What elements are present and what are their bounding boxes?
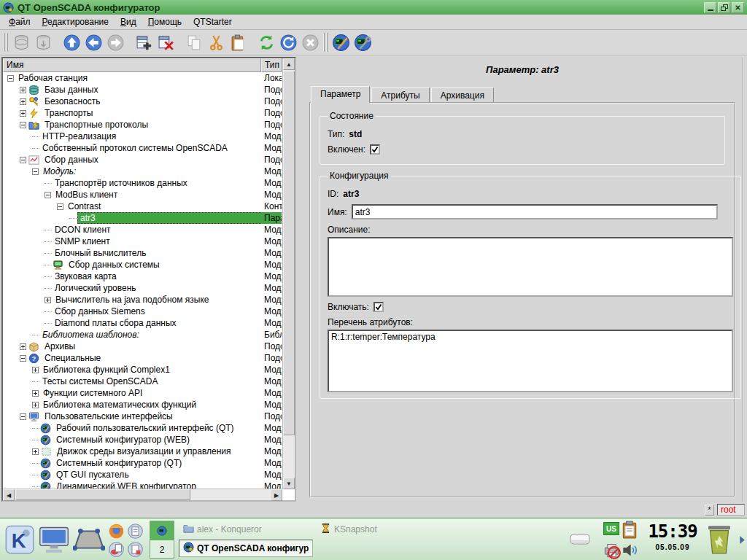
back-button[interactable]: [82, 31, 104, 53]
name-input[interactable]: [352, 204, 718, 219]
attributes-textarea[interactable]: R:1:r:temper:Температура: [328, 330, 733, 392]
qt-work-ui-button[interactable]: [330, 31, 352, 53]
up-button[interactable]: [61, 31, 82, 53]
collapse-icon[interactable]: [44, 192, 51, 198]
tree-item-специальные[interactable]: ?СпециальныеПодс: [3, 352, 282, 364]
tree-item-atr3[interactable]: atr3Пара: [3, 212, 282, 224]
scroll-left-icon[interactable]: ◀: [3, 489, 15, 501]
taskbar-task-1[interactable]: alex - Konqueror: [179, 521, 313, 538]
collapse-icon[interactable]: [20, 355, 26, 362]
menu-file[interactable]: Файл: [3, 15, 36, 28]
tree-item-сбор-данных-системы[interactable]: Сбор данных системыМоду: [3, 259, 282, 271]
trash-icon[interactable]: [705, 523, 734, 556]
titlebar[interactable]: QT OpenSCADA конфигуратор ✕: [0, 0, 747, 15]
tab-атрибуты[interactable]: Атрибуты: [371, 88, 429, 103]
tree-item-qt-gui-пускатель[interactable]: QT GUI пускательМоду: [3, 469, 282, 481]
removable-drive-tray-icon[interactable]: [568, 531, 592, 548]
restore-button[interactable]: [718, 2, 730, 13]
minimize-button[interactable]: [704, 2, 716, 13]
scroll-right-icon[interactable]: ▶: [271, 489, 282, 501]
menu-qtstarter[interactable]: QTStarter: [187, 15, 238, 28]
expand-icon[interactable]: [20, 98, 26, 105]
tree-vertical-scrollbar[interactable]: ▲ ▼: [282, 58, 295, 489]
expand-icon[interactable]: [32, 402, 39, 408]
menu-help[interactable]: Помощь: [142, 15, 187, 28]
show-desktop-button[interactable]: [73, 527, 105, 552]
tree-item-diamond-платы-сбора-данных[interactable]: Diamond платы сбора данныхМоду: [3, 317, 282, 329]
taskbar-task-3[interactable]: QT OpenSCADA конфигур: [179, 540, 313, 557]
menu-edit[interactable]: Редактирование: [36, 15, 115, 28]
tree-item-сбор-данных[interactable]: Сбор данныхПодс: [3, 154, 282, 166]
collapse-icon[interactable]: [20, 413, 26, 420]
toolbar-handle[interactable]: [4, 33, 8, 52]
tree-item-http-реализация[interactable]: HTTP-реализацияМоду: [3, 131, 282, 142]
tree-item-архивы[interactable]: АрхивыПодс: [3, 341, 282, 352]
tab-архивация[interactable]: Архивация: [431, 88, 494, 103]
start-updating-button[interactable]: [277, 31, 299, 53]
toolbar-handle[interactable]: [323, 33, 328, 52]
volume-tray-icon[interactable]: [622, 542, 638, 558]
collapse-icon[interactable]: [20, 157, 26, 163]
close-button[interactable]: ✕: [732, 2, 744, 13]
kde-app-launcher-3[interactable]: [127, 541, 144, 558]
tree-item-сбор-данных-siemens[interactable]: Сбор данных SiemensМоду: [3, 306, 282, 317]
tree-item-системный-конфигуратор-web[interactable]: Системный конфигуратор (WEB)Моду: [3, 434, 282, 446]
tree-item-modbus-клиент[interactable]: ModBus клиентМоду: [3, 189, 282, 201]
enabled-checkbox[interactable]: [370, 144, 380, 155]
scroll-down-icon[interactable]: ▼: [283, 478, 295, 489]
menu-view[interactable]: Вид: [115, 15, 142, 28]
expand-icon[interactable]: [20, 87, 26, 93]
taskbar-task-2[interactable]: KSnapshot: [316, 521, 450, 538]
tree-item-собственный-протокол-системы-openscada[interactable]: Собственный протокол системы OpenSCADAМо…: [3, 142, 282, 154]
kde-app-launcher-2[interactable]: [108, 541, 125, 558]
tree-item-системный-конфигуратор-qt[interactable]: Системный конфигуратор (QT)Моду: [3, 457, 282, 469]
printer-disabled-tray-icon[interactable]: [603, 541, 621, 559]
tree-item-вычислитель-на-java-подобном-языке[interactable]: Вычислитель на java подобном языкеМоду: [3, 294, 282, 306]
collapse-icon[interactable]: [20, 122, 26, 128]
tree-item-безопасность[interactable]: БезопасностьПодс: [3, 96, 282, 107]
tree-item-модуль[interactable]: Модуль:Моду: [3, 166, 282, 177]
refresh-button[interactable]: [255, 31, 277, 53]
pager-desktop-1[interactable]: [150, 521, 174, 540]
tree-item-блочный-вычислитель[interactable]: Блочный вычислительМоду: [3, 247, 282, 259]
pager-desktop-2[interactable]: 2: [150, 540, 174, 559]
expand-icon[interactable]: [32, 448, 39, 455]
tree-item-звуковая-карта[interactable]: Звуковая картаМоду: [3, 271, 282, 282]
tree-item-движок-среды-визуализации-и-управления[interactable]: Движок среды визуализации и управленияМо…: [3, 446, 282, 457]
delete-item-button[interactable]: [155, 31, 177, 53]
desktop-access-button[interactable]: [38, 524, 70, 555]
horizontal-scroll-thumb[interactable]: [15, 489, 190, 500]
tree-item-транспортные-протоколы[interactable]: Транспортные протоколыПодс: [3, 119, 282, 131]
tree-item-рабочий-пользовательский-интерфейс-qt[interactable]: Рабочий пользовательский интерфейс (QT)М…: [3, 422, 282, 434]
expand-icon[interactable]: [32, 367, 39, 373]
tree-item-библиотека-функций-complex1[interactable]: Библиотека функций Complex1Моду: [3, 364, 282, 376]
tree-item-транспортёр-источников-данных[interactable]: Транспортёр источников данныхМоду: [3, 177, 282, 189]
collapse-icon[interactable]: [57, 203, 63, 210]
description-textarea[interactable]: [328, 237, 733, 297]
kmenu-button[interactable]: K: [5, 524, 34, 556]
tree-horizontal-scrollbar[interactable]: ◀ ▶: [3, 489, 282, 500]
tree-item-функции-системного-api[interactable]: Функции системного APIМоду: [3, 387, 282, 399]
qt-configurator-button[interactable]: [352, 31, 374, 53]
paste-item-button[interactable]: [227, 31, 249, 53]
tree-item-логический-уровень[interactable]: Логический уровеньМоду: [3, 282, 282, 294]
expand-icon[interactable]: [20, 343, 26, 350]
tree-item-contrast[interactable]: ContrastКонтр: [3, 201, 282, 212]
tab-параметр[interactable]: Параметр: [311, 86, 370, 103]
taskbar-clock[interactable]: 15:39 05.05.09: [648, 520, 697, 559]
klipper-tray-icon[interactable]: [622, 521, 638, 540]
expand-icon[interactable]: [44, 297, 51, 303]
tree-item-dcon-клиент[interactable]: DCON клиентМоду: [3, 224, 282, 236]
vertical-scroll-thumb[interactable]: [283, 71, 295, 435]
tree-item-пользовательские-интерфейсы[interactable]: Пользовательские интерфейсыПодс: [3, 411, 282, 422]
panel-hide-arrow[interactable]: [739, 535, 746, 545]
tree-item-рабочая-станция[interactable]: Рабочая станцияЛока: [3, 72, 282, 84]
expand-icon[interactable]: [32, 390, 39, 397]
collapse-icon[interactable]: [32, 168, 39, 175]
tree-column-type[interactable]: Тип: [261, 58, 282, 72]
cut-item-button[interactable]: [205, 31, 227, 53]
kde-app-launcher-1[interactable]: [127, 523, 144, 540]
tree-column-name[interactable]: Имя: [3, 58, 261, 72]
expand-icon[interactable]: [20, 110, 26, 117]
tree-item-транспорты[interactable]: ТранспортыПодс: [3, 107, 282, 119]
